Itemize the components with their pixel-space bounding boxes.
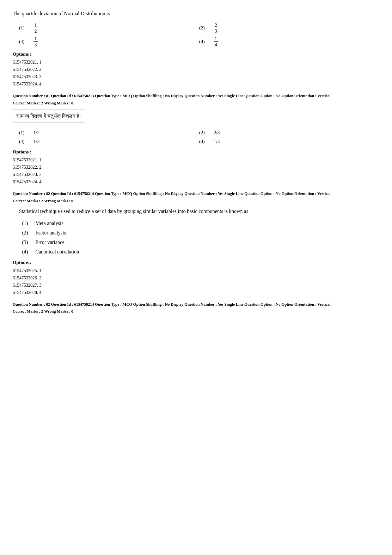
options-list-81: 61547532021. 1 61547532022. 2 6154753202… bbox=[13, 157, 379, 185]
option-val-81-1: 1/2 bbox=[34, 129, 40, 136]
denominator-80-1: 2 bbox=[34, 28, 38, 34]
option-list-item-82-2: 61547532026. 2 bbox=[13, 275, 379, 281]
option-82-1: (1) Meta analysis bbox=[22, 220, 379, 227]
option-val-82-3: Error variance bbox=[35, 239, 64, 246]
question-81: सामान्य वितरण में चतुर्थक विचलन है : (1)… bbox=[13, 109, 379, 185]
question-81-options: (1) 1/2 (2) 2/3 (3) 1/3 (4) 1/4 bbox=[19, 129, 379, 145]
meta-81: Question Number : 81 Question Id : 61547… bbox=[13, 93, 379, 99]
fraction-80-2: 2 3 bbox=[214, 22, 218, 34]
options-list-80: 61547532021. 1 61547532022. 2 6154753202… bbox=[13, 59, 379, 87]
option-num-82-2: (2) bbox=[22, 229, 31, 237]
numerator-80-2: 2 bbox=[214, 22, 218, 28]
option-num-81-1: (1) bbox=[19, 129, 28, 136]
fraction-80-1: 1 2 bbox=[34, 22, 38, 34]
correct-marks-82: Correct Marks : 2 Wrong Marks : 0 bbox=[13, 198, 379, 204]
option-list-item-81-4: 61547532024. 4 bbox=[13, 178, 379, 185]
question-81-text-hindi: सामान्य वितरण में चतुर्थक विचलन है : bbox=[13, 109, 85, 123]
question-82-options: (1) Meta analysis (2) Factor analysis (3… bbox=[22, 220, 379, 256]
option-num-81-4: (4) bbox=[199, 138, 209, 145]
option-list-item-80-1: 61547532021. 1 bbox=[13, 59, 379, 65]
question-80-text: The quartile deviation of Normal Distrib… bbox=[13, 9, 379, 18]
option-num-80-4: (4) bbox=[199, 38, 209, 45]
option-list-item-81-1: 61547532021. 1 bbox=[13, 157, 379, 163]
option-81-2: (2) 2/3 bbox=[199, 129, 379, 136]
option-list-item-81-2: 61547532022. 2 bbox=[13, 164, 379, 171]
option-num-80-3: (3) bbox=[19, 38, 28, 45]
option-num-81-2: (2) bbox=[199, 129, 209, 136]
denominator-80-2: 3 bbox=[214, 28, 218, 34]
option-81-3: (3) 1/3 bbox=[19, 138, 199, 145]
fraction-80-3: 1 3 bbox=[34, 36, 38, 47]
question-80-options: (1) 1 2 (2) 2 3 (3) 1 3 (4) 1 4 bbox=[19, 22, 379, 47]
correct-marks-82b: Correct Marks : 2 Wrong Marks : 0 bbox=[13, 309, 379, 315]
option-list-item-80-3: 61547532023. 3 bbox=[13, 73, 379, 80]
option-num-80-2: (2) bbox=[199, 24, 209, 32]
option-82-2: (2) Factor analysis bbox=[22, 229, 379, 237]
option-num-82-4: (4) bbox=[22, 248, 31, 256]
meta-82b: Question Number : 82 Question Id : 61547… bbox=[13, 302, 379, 308]
option-list-item-82-3: 61547532027. 3 bbox=[13, 282, 379, 289]
meta-82: Question Number : 82 Question Id : 61547… bbox=[13, 191, 379, 197]
option-list-item-81-3: 61547532023. 3 bbox=[13, 171, 379, 178]
options-label-82: Options : bbox=[13, 259, 379, 266]
correct-marks-81: Correct Marks : 2 Wrong Marks : 0 bbox=[13, 100, 379, 106]
numerator-80-3: 1 bbox=[34, 36, 38, 42]
option-num-82-1: (1) bbox=[22, 220, 31, 227]
option-val-82-2: Factor analysis bbox=[35, 229, 66, 237]
option-80-4: (4) 1 4 bbox=[199, 36, 379, 47]
fraction-80-4: 1 4 bbox=[214, 36, 218, 47]
option-80-1: (1) 1 2 bbox=[19, 22, 199, 34]
options-list-82: 61547532025. 1 61547532026. 2 6154753202… bbox=[13, 267, 379, 296]
option-82-3: (3) Error variance bbox=[22, 239, 379, 246]
denominator-80-3: 3 bbox=[34, 42, 38, 47]
option-val-82-1: Meta analysis bbox=[35, 220, 63, 227]
option-80-3: (3) 1 3 bbox=[19, 36, 199, 47]
option-num-82-3: (3) bbox=[22, 239, 31, 246]
option-82-4: (4) Canonical correlation bbox=[22, 248, 379, 256]
option-val-81-3: 1/3 bbox=[34, 138, 40, 145]
options-label-81: Options : bbox=[13, 148, 379, 156]
option-list-item-80-4: 61547532024. 4 bbox=[13, 81, 379, 87]
denominator-80-4: 4 bbox=[214, 42, 218, 47]
options-label-80: Options : bbox=[13, 51, 379, 58]
option-val-81-2: 2/3 bbox=[214, 129, 220, 136]
numerator-80-4: 1 bbox=[214, 36, 218, 42]
option-num-80-1: (1) bbox=[19, 24, 28, 32]
option-80-2: (2) 2 3 bbox=[199, 22, 379, 34]
question-82: Statistical technique used to reduce a s… bbox=[13, 207, 379, 296]
numerator-80-1: 1 bbox=[34, 22, 38, 28]
option-val-81-4: 1/4 bbox=[214, 138, 220, 145]
option-list-item-82-4: 61547532028. 4 bbox=[13, 289, 379, 296]
question-82-text: Statistical technique used to reduce a s… bbox=[19, 207, 379, 215]
question-80: The quartile deviation of Normal Distrib… bbox=[13, 9, 379, 87]
option-list-item-80-2: 61547532022. 2 bbox=[13, 66, 379, 73]
option-num-81-3: (3) bbox=[19, 138, 28, 145]
option-val-82-4: Canonical correlation bbox=[35, 248, 79, 256]
option-81-4: (4) 1/4 bbox=[199, 138, 379, 145]
option-list-item-82-1: 61547532025. 1 bbox=[13, 267, 379, 274]
option-81-1: (1) 1/2 bbox=[19, 129, 199, 136]
